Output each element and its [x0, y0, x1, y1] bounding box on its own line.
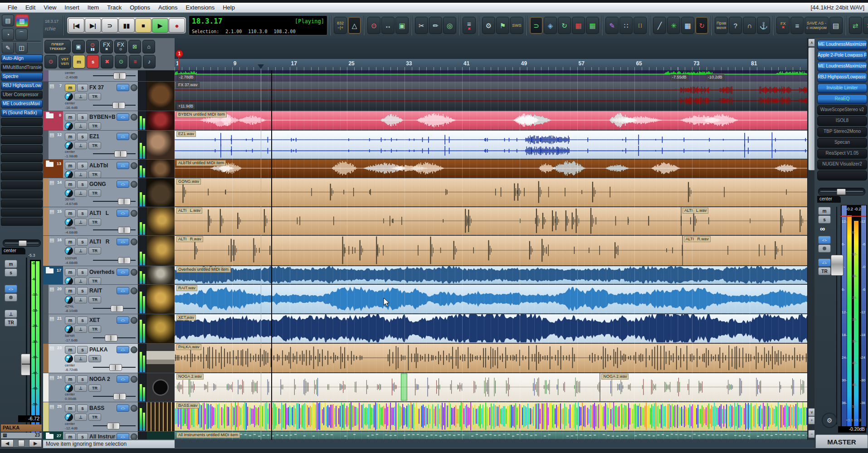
vst-instruments[interactable]: VST VSTi: [59, 55, 71, 68]
pan-knob[interactable]: [65, 325, 73, 333]
fx-slot-empty[interactable]: [1, 145, 43, 153]
trim-button[interactable]: ⊥: [74, 142, 87, 149]
tr-button[interactable]: TR: [88, 122, 101, 130]
rename-button[interactable]: Прав меня: [715, 17, 728, 34]
mixer-scroll-slider[interactable]: [14, 439, 29, 447]
solo-button[interactable]: s: [77, 84, 88, 92]
pan-knob[interactable]: [65, 189, 73, 197]
arrange-row-xet[interactable]: XET.wav: [175, 314, 807, 344]
monitor-headphones[interactable]: ∩: [743, 17, 756, 34]
volume-fader[interactable]: [93, 334, 136, 341]
master-fx-slot-tbp-stereo2mono[interactable]: TBP Stereo2Mono: [817, 127, 867, 137]
arrange-row-rait[interactable]: RAIT.wav: [175, 285, 807, 314]
pan-thumb[interactable]: [19, 240, 27, 246]
metronome[interactable]: △: [348, 17, 361, 34]
pan-knob[interactable]: [65, 384, 73, 392]
insert-region-red[interactable]: ▦: [572, 17, 585, 34]
routing-button[interactable]: -□-: [117, 404, 129, 412]
mute-button[interactable]: m: [65, 404, 76, 412]
mute-button[interactable]: m: [65, 433, 76, 440]
solo-button[interactable]: s: [77, 404, 88, 412]
color-palette-icon[interactable]: ▥: [15, 15, 29, 27]
volume-fader[interactable]: [93, 422, 136, 429]
mute-button[interactable]: m: [65, 238, 76, 246]
master-fx-slot-empty[interactable]: [817, 170, 867, 180]
tr-button[interactable]: TR: [88, 326, 101, 333]
trim-button[interactable]: ⊥: [74, 355, 87, 362]
fx-slot-empty[interactable]: [1, 209, 43, 217]
mixer-scroll-thumb[interactable]: [18, 440, 24, 447]
volume-fader[interactable]: [93, 226, 136, 234]
pan-knob[interactable]: [65, 170, 73, 178]
track-row-partial[interactable]: center-2.40dB: [43, 70, 175, 82]
time-display[interactable]: 18.3.17[Playing]Selection:2.1.00110.3.01…: [189, 15, 327, 35]
tr-button[interactable]: TR: [88, 171, 101, 178]
master-wrench-icon[interactable]: ⚙: [822, 413, 837, 428]
volume-fader[interactable]: [93, 72, 136, 79]
track-row-noga-2[interactable]: ▤24msNOGA 2-□-⊥TRcenter0.00dB: [43, 373, 175, 402]
transport-go-to-end[interactable]: ▶|: [85, 18, 101, 33]
fx-slot-me-loudnessmaxi[interactable]: ME LoudnessMaxi: [1, 100, 43, 108]
insert-region-green[interactable]: ▦: [586, 17, 599, 34]
trim-button[interactable]: ⊥: [74, 278, 87, 285]
sws-extensions[interactable]: SWS: [510, 17, 523, 34]
record-arm-dot[interactable]: [131, 346, 137, 353]
lane-view[interactable]: ≡: [790, 17, 804, 34]
master-fx-slot-wavescopestereo-v2[interactable]: WaveScopeStereo v2: [817, 105, 867, 115]
arrange-row-noga-2[interactable]: NOGA 2.wavNOGA 2.wav: [175, 373, 807, 402]
mute-button[interactable]: m: [65, 346, 76, 354]
anchor-button[interactable]: ⚓: [757, 17, 770, 34]
fx-slot-pi-sound-radix-[interactable]: Pi (Sound Radix): [1, 109, 43, 117]
cut-items[interactable]: ✂: [415, 17, 428, 34]
mute-button[interactable]: m: [65, 268, 76, 276]
record-arm-dot[interactable]: [131, 133, 137, 140]
toggle-fullscreen[interactable]: ↔: [381, 17, 395, 34]
master-mute-button[interactable]: m: [818, 207, 831, 215]
mute-button[interactable]: m: [65, 133, 76, 141]
master-label[interactable]: MASTER: [815, 434, 868, 449]
scroll-left-arrow[interactable]: ◀: [1, 439, 14, 447]
tr-button[interactable]: TR: [88, 93, 101, 100]
mute-button[interactable]: m: [65, 209, 76, 217]
media-recycle[interactable]: ↻: [695, 17, 708, 34]
cycle-item-mode[interactable]: ↻: [558, 17, 571, 34]
solo-button[interactable]: s: [77, 268, 88, 276]
media-item[interactable]: Overheds untitled MIDI item: [175, 266, 807, 284]
pan-knob[interactable]: [65, 277, 73, 285]
routing-button[interactable]: -□-: [117, 84, 129, 91]
record-arm-dot[interactable]: [131, 114, 137, 121]
fader-thumb[interactable]: [109, 364, 122, 371]
play-cursor-handle[interactable]: [258, 64, 264, 69]
volume-fader[interactable]: [93, 198, 136, 205]
master-record-button[interactable]: [818, 244, 831, 253]
media-item[interactable]: BYBEN untitled MIDI item: [175, 111, 807, 130]
duplicate-media[interactable]: ▤: [829, 17, 843, 34]
fx-slot-empty[interactable]: [1, 172, 43, 180]
fader-thumb[interactable]: [118, 257, 131, 264]
mute-button[interactable]: m: [5, 260, 17, 268]
tr-button[interactable]: TR: [5, 318, 17, 326]
arrange-row-palka[interactable]: PALKA.wav: [175, 344, 807, 373]
arrange-row-gong[interactable]: GONG.wav: [175, 178, 807, 207]
transport-toggle-repeat[interactable]: ⊃: [102, 18, 118, 33]
media-item[interactable]: FX 37.wav+11.9dB: [175, 82, 807, 110]
master-phase-button[interactable]: ∞: [820, 225, 825, 233]
fx-slot-empty[interactable]: [1, 218, 43, 226]
solo-button[interactable]: s: [77, 287, 88, 295]
trim-button[interactable]: ⊥: [74, 93, 87, 100]
transport-go-to-start[interactable]: |◀: [68, 18, 84, 33]
screenshot-camera[interactable]: ▣: [395, 17, 409, 34]
solo-button[interactable]: s: [77, 180, 88, 188]
arrange-row-lane[interactable]: -2.78dB-7.55dB-10.2dB: [175, 70, 807, 82]
fx-slot-empty[interactable]: [1, 118, 43, 126]
solo-button[interactable]: s: [77, 238, 88, 246]
fx-slot-spectre[interactable]: Spectre: [1, 73, 43, 81]
lock-button[interactable]: ▣: [72, 40, 85, 54]
menu-edit[interactable]: Edit: [21, 3, 39, 12]
media-item[interactable]: ALbTbl untitled MIDI item: [175, 160, 807, 177]
solo-button[interactable]: s: [5, 268, 17, 277]
fx-slot-auto-align[interactable]: Auto-Align: [1, 54, 43, 63]
routing-button[interactable]: -□-: [117, 433, 129, 440]
trim-button[interactable]: ⊥: [74, 190, 87, 197]
mute-button[interactable]: m: [65, 162, 76, 170]
